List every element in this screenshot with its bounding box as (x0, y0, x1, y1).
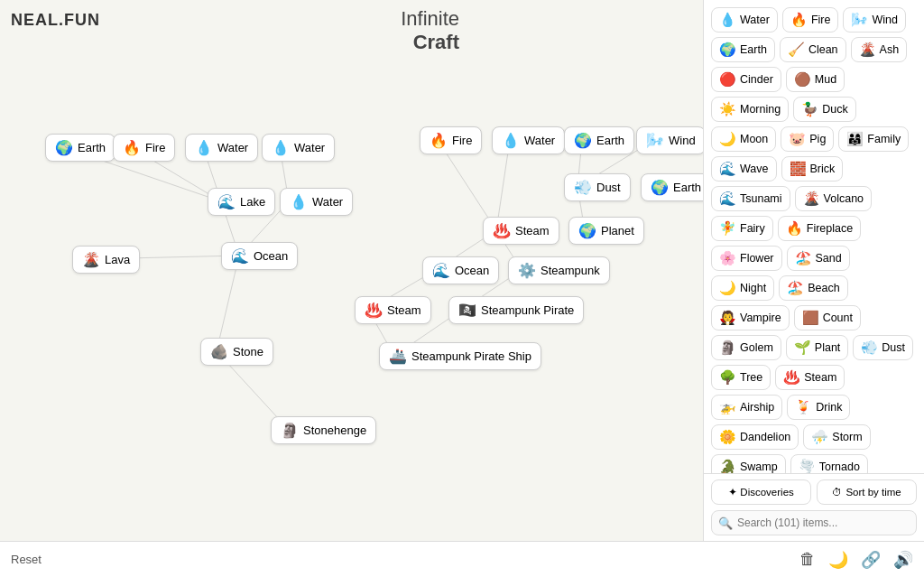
sidebar-item-clean[interactable]: 🧹Clean (780, 37, 846, 62)
item-emoji: 🌙 (719, 131, 736, 147)
craft-node-n19[interactable]: 🌊Ocean (422, 256, 499, 284)
craft-node-n13[interactable]: 🌍Earth (564, 126, 634, 154)
sidebar-item-vampire[interactable]: 🧛Vampire (711, 305, 790, 330)
game-title: Infinite Craft (401, 7, 459, 55)
sidebar-item-beach[interactable]: 🏖️Beach (779, 275, 847, 301)
craft-node-n3[interactable]: 💧Water (185, 134, 258, 162)
node-label: Water (217, 141, 248, 154)
item-emoji: 🌊 (719, 161, 736, 177)
craft-node-n15[interactable]: 💨Dust (564, 173, 631, 201)
item-emoji: 🚁 (719, 399, 736, 415)
craft-node-n8[interactable]: 🌋Lava (72, 246, 140, 274)
craft-node-n7[interactable]: 🌊Ocean (221, 242, 298, 270)
craft-node-n16[interactable]: 🌍Earth (641, 173, 703, 201)
node-emoji: 🌬️ (646, 132, 664, 149)
sidebar-item-volcano[interactable]: 🌋Volcano (795, 186, 872, 211)
item-emoji: 🧛 (719, 310, 736, 326)
trash-icon[interactable]: 🗑 (799, 550, 816, 569)
sidebar-item-morning[interactable]: ☀️Morning (711, 97, 789, 122)
sidebar-item-fairy[interactable]: 🧚Fairy (711, 216, 773, 241)
sidebar-item-ash[interactable]: 🌋Ash (851, 37, 908, 62)
craft-node-n14[interactable]: 🌬️Wind (636, 126, 703, 154)
craft-node-n12[interactable]: 💧Water (492, 126, 565, 154)
sound-icon[interactable]: 🔊 (893, 550, 913, 570)
item-label: Tree (740, 371, 762, 384)
sidebar: 💧Water🔥Fire🌬️Wind🌍Earth🧹Clean🌋Ash🔴Cinder… (703, 0, 924, 541)
item-label: Plant (815, 341, 841, 354)
sidebar-item-wave[interactable]: 🌊Wave (711, 156, 777, 181)
sidebar-item-brick[interactable]: 🧱Brick (781, 156, 844, 181)
craft-node-n22[interactable]: 🏴‍☠️Steampunk Pirate (448, 296, 584, 324)
sidebar-item-count[interactable]: 🟫Count (794, 305, 861, 330)
craft-node-n17[interactable]: ♨️Steam (483, 217, 559, 245)
sidebar-item-duck[interactable]: 🦆Duck (793, 97, 855, 122)
sidebar-item-family[interactable]: 👨‍👩‍👧Family (838, 126, 909, 152)
sidebar-item-night[interactable]: 🌙Night (711, 275, 774, 301)
craft-node-n5[interactable]: 🌊Lake (208, 188, 275, 216)
sidebar-items-list: 💧Water🔥Fire🌬️Wind🌍Earth🧹Clean🌋Ash🔴Cinder… (704, 0, 924, 473)
sidebar-item-sand[interactable]: 🏖️Sand (787, 246, 850, 271)
craft-node-n11[interactable]: 🔥Fire (420, 126, 482, 154)
item-emoji: 🗿 (719, 340, 736, 356)
craft-node-n2[interactable]: 🔥Fire (113, 134, 175, 162)
node-label: Steam (387, 303, 421, 317)
sidebar-item-dust[interactable]: 💨Dust (853, 335, 913, 360)
sidebar-item-tsunami[interactable]: 🌊Tsunami (711, 186, 790, 211)
sidebar-item-fire[interactable]: 🔥Fire (782, 7, 839, 33)
sidebar-item-dandelion[interactable]: 🌼Dandelion (711, 424, 799, 450)
node-emoji: 💧 (195, 139, 213, 156)
sidebar-item-earth[interactable]: 🌍Earth (711, 37, 775, 62)
craft-node-n20[interactable]: ⚙️Steampunk (508, 256, 610, 284)
node-label: Stonehenge (303, 423, 366, 437)
item-label: Morning (740, 103, 781, 116)
craft-node-n23[interactable]: 🚢Steampunk Pirate Ship (379, 342, 541, 370)
item-label: Vampire (740, 312, 781, 324)
sidebar-item-drink[interactable]: 🍹Drink (787, 395, 850, 420)
sidebar-item-tornado[interactable]: 🌪️Tornado (790, 454, 868, 473)
sidebar-item-steam[interactable]: ♨️Steam (775, 365, 845, 390)
search-container: 🔍 (711, 510, 917, 535)
item-emoji: 🧚 (719, 220, 736, 237)
craft-node-n10[interactable]: 🗿Stonehenge (271, 416, 376, 444)
sort-button[interactable]: ⏱ Sort by time (817, 479, 917, 505)
sidebar-item-wind[interactable]: 🌬️Wind (843, 7, 905, 33)
node-emoji: 💧 (502, 132, 520, 149)
reset-button[interactable]: Reset (11, 553, 42, 566)
sidebar-item-moon[interactable]: 🌙Moon (711, 126, 776, 152)
share-icon[interactable]: 🔗 (861, 550, 881, 570)
node-emoji: 🌍 (55, 139, 73, 156)
craft-canvas[interactable]: NEAL.FUN Infinite Craft 🌍Earth🔥Fire💧Wate… (0, 0, 703, 541)
sidebar-item-airship[interactable]: 🚁Airship (711, 395, 782, 420)
node-emoji: 💨 (574, 179, 592, 196)
craft-node-n18[interactable]: 🌍Planet (568, 217, 644, 245)
craft-node-n6[interactable]: 💧Water (280, 188, 353, 216)
sidebar-item-storm[interactable]: ⛈️Storm (803, 424, 870, 450)
craft-node-n4[interactable]: 💧Water (262, 134, 335, 162)
item-emoji: 🌬️ (851, 12, 868, 28)
discoveries-button[interactable]: ✦ Discoveries (711, 479, 811, 505)
item-label: Tornado (819, 461, 860, 473)
sidebar-item-fireplace[interactable]: 🔥Fireplace (778, 216, 861, 241)
logo: NEAL.FUN (11, 11, 100, 30)
sidebar-item-mud[interactable]: 🟤Mud (786, 67, 845, 92)
sidebar-item-plant[interactable]: 🌱Plant (786, 335, 849, 360)
node-emoji: 🪨 (210, 343, 228, 360)
moon-icon[interactable]: 🌙 (828, 550, 848, 570)
search-input[interactable] (711, 510, 917, 535)
item-label: Family (867, 133, 901, 145)
item-label: Golem (740, 341, 773, 354)
node-emoji: ♨️ (365, 302, 383, 319)
sidebar-item-water[interactable]: 💧Water (711, 7, 778, 33)
sidebar-item-flower[interactable]: 🌸Flower (711, 246, 782, 271)
craft-node-n21[interactable]: ♨️Steam (355, 296, 431, 324)
item-emoji: 🌍 (719, 42, 736, 58)
craft-node-n9[interactable]: 🪨Stone (200, 338, 273, 366)
item-emoji: 🌳 (719, 369, 736, 386)
sidebar-footer: ✦ Discoveries ⏱ Sort by time 🔍 (704, 473, 924, 541)
sidebar-item-cinder[interactable]: 🔴Cinder (711, 67, 781, 92)
sidebar-item-pig[interactable]: 🐷Pig (781, 126, 834, 152)
craft-node-n1[interactable]: 🌍Earth (45, 134, 116, 162)
sidebar-item-swamp[interactable]: 🐊Swamp (711, 454, 786, 473)
sidebar-item-golem[interactable]: 🗿Golem (711, 335, 781, 360)
sidebar-item-tree[interactable]: 🌳Tree (711, 365, 771, 390)
